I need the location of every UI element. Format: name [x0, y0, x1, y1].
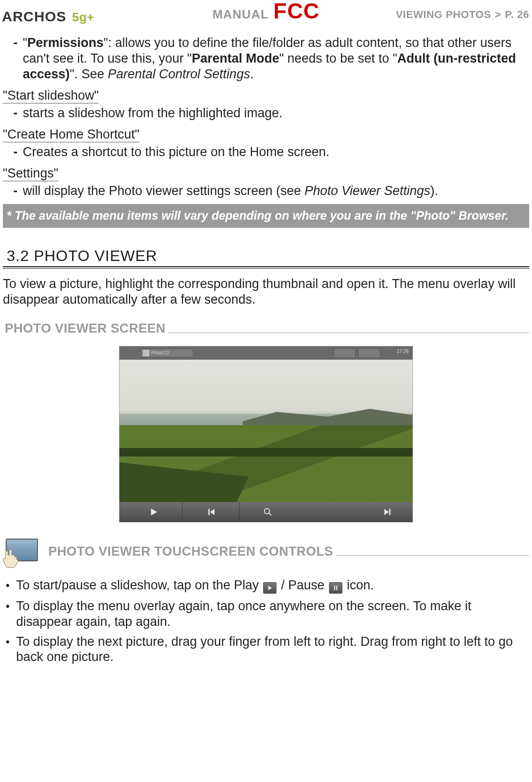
play-icon-inline [263, 582, 276, 594]
subhead-screen: PHOTO VIEWER SCREEN [3, 321, 168, 338]
breadcrumb-label: Photo10 [151, 350, 169, 356]
series-label: 5g+ [72, 10, 94, 25]
viewer-intro-para: To view a picture, highlight the corresp… [3, 276, 529, 307]
section-title: 3.2 PHOTO VIEWER [3, 247, 161, 266]
playback-controls-bar [119, 502, 413, 522]
page-number: P. 26 [505, 9, 529, 21]
next-button[interactable] [369, 502, 407, 522]
settings-desc: - will display the Photo viewer settings… [13, 183, 529, 199]
permissions-item: - "Permissions": allows you to define th… [13, 35, 529, 82]
header-right: VIEWING PHOTOS > P. 26 [396, 9, 529, 21]
fcc-label: FCC [274, 0, 320, 24]
zoom-icon [263, 507, 273, 517]
bullet-2: • To display the menu overlay again, tap… [6, 598, 526, 629]
svg-point-0 [264, 509, 269, 514]
start-slideshow-heading: "Start slideshow" [3, 88, 529, 103]
subhead-screen-row: PHOTO VIEWER SCREEN [3, 321, 529, 338]
bullet-1: • To start/pause a slideshow, tap on the… [6, 577, 526, 594]
start-slideshow-desc: - starts a slideshow from the highlighte… [13, 105, 529, 121]
permissions-term: Permissions [28, 36, 104, 50]
section-3-2-heading: 3.2 PHOTO VIEWER [3, 247, 529, 269]
status-time: 17:26 [397, 349, 409, 354]
photo-canvas[interactable] [119, 360, 413, 502]
nav-back-button[interactable] [334, 348, 356, 358]
photo-viewer-settings-ref: Photo Viewer Settings [304, 184, 430, 198]
parental-settings-ref: Parental Control Settings [108, 67, 250, 81]
section-name: VIEWING PHOTOS [396, 9, 491, 21]
dash-bullet: - [13, 35, 20, 82]
prev-button[interactable] [182, 502, 239, 522]
subhead-rule [336, 549, 529, 556]
permissions-text: "Permissions": allows you to define the … [23, 35, 529, 82]
play-icon [148, 507, 159, 517]
subhead-rule [168, 326, 529, 333]
bullet-3: • To display the next picture, drag your… [6, 634, 526, 665]
skip-prev-icon [206, 507, 216, 517]
pause-icon [332, 585, 339, 591]
thumb-icon [143, 350, 149, 356]
settings-heading: "Settings" [3, 166, 529, 181]
nav-forward-button[interactable] [358, 348, 380, 358]
page-header: ARCHOS 5g+ MANUAL FCC VIEWING PHOTOS > P… [0, 0, 532, 25]
play-icon [266, 585, 273, 591]
touch-bullets: • To start/pause a slideshow, tap on the… [6, 577, 526, 665]
create-shortcut-desc: - Creates a shortcut to this picture on … [13, 144, 529, 160]
play-button[interactable] [125, 502, 182, 522]
subhead-touch-row: PHOTO VIEWER TOUCHSCREEN CONTROLS [3, 537, 529, 568]
brand-logo: ARCHOS [2, 9, 66, 25]
breadcrumb-separator: > [495, 9, 501, 21]
dash-bullet: - [13, 105, 20, 121]
create-shortcut-heading: "Create Home Shortcut" [3, 127, 529, 142]
pause-icon-inline [329, 582, 342, 594]
zoom-button[interactable] [239, 502, 296, 522]
manual-label: MANUAL [212, 7, 269, 22]
subhead-touch: PHOTO VIEWER TOUCHSCREEN CONTROLS [46, 544, 336, 561]
device-topbar: Photo10 17:26 [119, 346, 413, 360]
bullet-dot: • [6, 634, 16, 665]
parental-mode-bold: Parental Mode [192, 51, 279, 65]
brand-block: ARCHOS 5g+ [2, 9, 94, 25]
photo-viewer-screenshot: Photo10 17:26 [119, 346, 413, 522]
device-frame: Photo10 17:26 [119, 346, 413, 522]
skip-next-icon [383, 507, 393, 517]
bullet-dot: • [6, 577, 16, 594]
dash-bullet: - [13, 183, 20, 199]
dash-bullet: - [13, 144, 20, 160]
note-box: * The available menu items will vary dep… [3, 204, 529, 228]
hand-icon [2, 547, 23, 568]
header-center: MANUAL FCC [212, 0, 320, 24]
breadcrumb-chip[interactable]: Photo10 [140, 349, 193, 357]
touchscreen-icon [3, 537, 44, 568]
bullet-dot: • [6, 598, 16, 629]
